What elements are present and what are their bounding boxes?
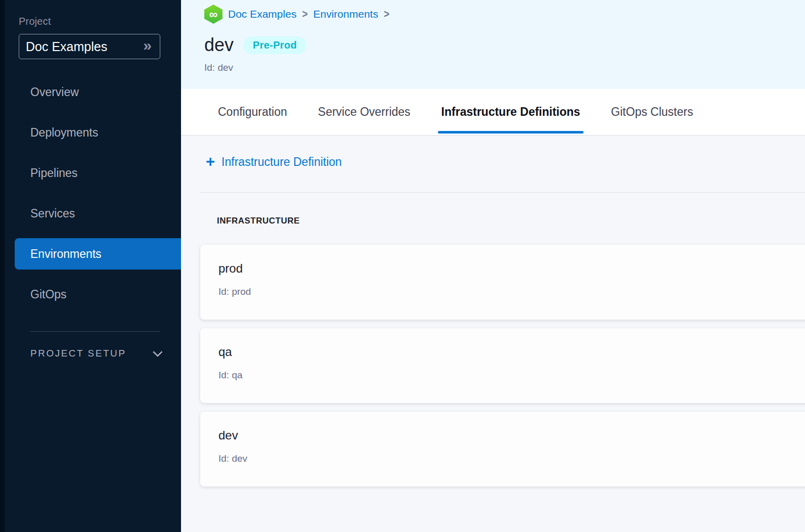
infrastructure-id: Id: prod xyxy=(218,286,805,297)
tabbar: Configuration Service Overrides Infrastr… xyxy=(181,89,805,136)
sidebar-item-gitops[interactable]: GitOps xyxy=(0,279,181,310)
content-divider xyxy=(200,192,805,193)
main-area: ∞ Doc Examples > Environments > dev Pre-… xyxy=(181,0,805,532)
env-type-badge: Pre-Prod xyxy=(243,36,306,54)
infrastructure-id: Id: qa xyxy=(218,370,805,381)
tab-label: GitOps Clusters xyxy=(611,105,693,119)
project-selector[interactable]: Doc Examples » xyxy=(19,34,160,59)
environment-hexagon-icon: ∞ xyxy=(204,5,222,24)
breadcrumb-separator-icon: > xyxy=(302,8,307,20)
infrastructure-id: Id: dev xyxy=(218,453,805,464)
breadcrumb: ∞ Doc Examples > Environments > xyxy=(204,5,805,24)
project-setup-label: PROJECT SETUP xyxy=(30,348,126,359)
infrastructure-definitions-panel: + Infrastructure Definition INFRASTRUCTU… xyxy=(181,136,805,532)
sidebar-item-overview[interactable]: Overview xyxy=(0,76,181,108)
plus-icon: + xyxy=(206,154,215,169)
add-infrastructure-definition-button[interactable]: + Infrastructure Definition xyxy=(206,154,342,170)
title-row: dev Pre-Prod xyxy=(204,34,805,56)
infrastructure-card-dev[interactable]: dev Id: dev xyxy=(200,412,805,486)
infrastructure-name: qa xyxy=(218,345,805,359)
infrastructure-card-prod[interactable]: prod Id: prod xyxy=(200,245,805,320)
infrastructure-column-header: INFRASTRUCTURE xyxy=(217,216,805,226)
sidebar-item-label: Pipelines xyxy=(30,166,77,180)
project-label: Project xyxy=(19,16,181,27)
breadcrumb-separator-icon: > xyxy=(384,8,389,20)
sidebar-item-label: Services xyxy=(30,207,75,220)
sidebar-item-label: Deployments xyxy=(30,126,98,140)
tab-configuration[interactable]: Configuration xyxy=(214,89,291,135)
infrastructure-name: prod xyxy=(218,261,805,276)
project-sidebar: Project Doc Examples » Overview Deployme… xyxy=(0,0,181,532)
sidebar-item-label: Overview xyxy=(30,85,79,99)
page-header: ∞ Doc Examples > Environments > dev Pre-… xyxy=(181,0,805,89)
double-chevron-icon[interactable]: » xyxy=(143,38,152,53)
infrastructure-list: prod Id: prod qa Id: qa dev Id: dev xyxy=(200,245,805,486)
breadcrumb-link-environments[interactable]: Environments xyxy=(314,8,378,20)
project-selector-value: Doc Examples xyxy=(26,39,107,54)
sidebar-nav: Overview Deployments Pipelines Services … xyxy=(0,76,181,319)
sidebar-item-deployments[interactable]: Deployments xyxy=(0,117,181,148)
sidebar-item-services[interactable]: Services xyxy=(0,198,181,229)
tab-service-overrides[interactable]: Service Overrides xyxy=(315,89,414,135)
tab-label: Infrastructure Definitions xyxy=(441,105,580,119)
infrastructure-card-qa[interactable]: qa Id: qa xyxy=(200,328,805,403)
sidebar-item-environments[interactable]: Environments xyxy=(15,238,181,270)
infrastructure-name: dev xyxy=(218,428,805,442)
tab-label: Configuration xyxy=(218,105,287,119)
tab-label: Service Overrides xyxy=(318,105,411,119)
entity-id: Id: dev xyxy=(204,62,805,73)
sidebar-item-pipelines[interactable]: Pipelines xyxy=(0,157,181,189)
sidebar-item-label: Environments xyxy=(30,247,102,261)
add-button-label: Infrastructure Definition xyxy=(221,155,342,169)
project-setup-section[interactable]: PROJECT SETUP xyxy=(30,348,160,359)
tab-gitops-clusters[interactable]: GitOps Clusters xyxy=(607,89,696,135)
breadcrumb-link-project[interactable]: Doc Examples xyxy=(228,8,296,20)
tab-infrastructure-definitions[interactable]: Infrastructure Definitions xyxy=(438,89,584,135)
sidebar-item-label: GitOps xyxy=(30,288,67,301)
page-title: dev xyxy=(204,34,234,56)
chevron-down-icon xyxy=(153,347,163,357)
sidebar-divider xyxy=(30,331,160,332)
